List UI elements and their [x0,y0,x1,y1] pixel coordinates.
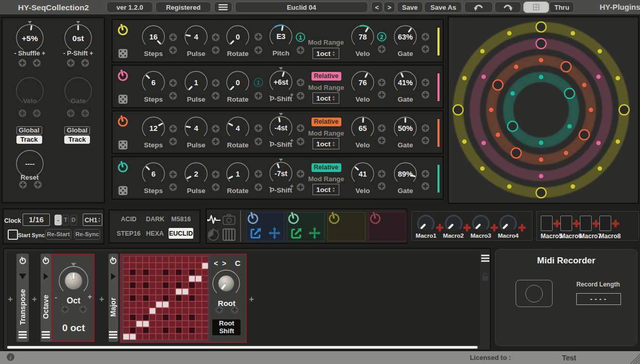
svg-text:Pulse: Pulse [187,95,206,103]
svg-text:Pitch: Pitch [272,49,289,56]
svg-text:4: 4 [236,124,240,132]
svg-text:----: ---- [25,160,34,168]
svg-text:6: 6 [152,169,156,178]
svg-text:Gate: Gate [397,186,413,194]
svg-text:63%: 63% [397,32,412,41]
svg-text:4: 4 [194,124,198,132]
svg-text:65: 65 [358,124,367,132]
svg-text:1: 1 [236,169,240,178]
svg-text:P-Shift: P-Shift [270,186,292,194]
svg-text:Pulse: Pulse [187,186,206,194]
svg-text:2: 2 [194,169,198,178]
svg-text:Steps: Steps [144,186,163,194]
svg-text:Gate: Gate [397,95,413,103]
svg-text:2: 2 [380,34,383,40]
svg-text:+5%: +5% [22,34,38,43]
svg-text:1: 1 [194,78,198,86]
svg-text:41%: 41% [397,78,412,86]
svg-text:Velo: Velo [356,186,370,194]
svg-text:1: 1 [257,80,260,86]
svg-text:Steps: Steps [144,141,163,148]
svg-text:P-Shift: P-Shift [270,140,292,148]
svg-text:Steps: Steps [144,49,163,57]
svg-text:41: 41 [358,169,367,178]
svg-text:4: 4 [194,32,198,41]
svg-text:12: 12 [150,124,158,132]
svg-text:Gate: Gate [397,141,413,148]
svg-text:6: 6 [152,78,156,86]
svg-text:Pulse: Pulse [187,141,206,148]
svg-text:0st: 0st [72,34,84,43]
svg-text:Rotate: Rotate [227,95,249,103]
svg-text:Velo: Velo [356,49,370,57]
svg-text:89%: 89% [397,169,412,178]
svg-text:0: 0 [236,32,240,41]
svg-text:Gate: Gate [397,49,413,57]
svg-text:Velo: Velo [356,141,370,148]
svg-text:50%: 50% [397,124,412,132]
svg-text:Pulse: Pulse [187,49,206,57]
svg-text:76: 76 [358,78,367,86]
svg-text:Rotate: Rotate [227,49,249,57]
svg-text:0: 0 [236,78,240,86]
svg-text:Steps: Steps [144,95,163,103]
svg-text:78: 78 [358,32,367,41]
svg-text:16: 16 [150,32,158,41]
svg-text:Velo: Velo [356,95,370,103]
svg-text:P-Shift: P-Shift [270,94,292,102]
svg-text:Rotate: Rotate [227,141,249,148]
svg-text:Rotate: Rotate [227,186,249,194]
